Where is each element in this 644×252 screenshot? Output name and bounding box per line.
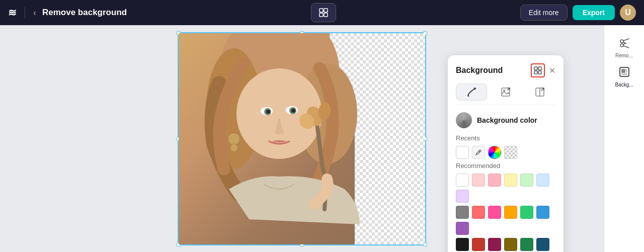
edit-more-button[interactable]: Edit more xyxy=(520,5,568,21)
svg-rect-42 xyxy=(621,69,625,73)
panel-title: Background xyxy=(456,66,503,75)
back-button[interactable]: ‹ xyxy=(33,8,36,18)
svg-point-22 xyxy=(291,109,295,113)
canvas-image-wrapper xyxy=(178,32,426,245)
grid-button[interactable] xyxy=(311,3,336,22)
background-icon xyxy=(619,66,630,80)
sidebar-item-remove-bg[interactable]: Remo... xyxy=(604,33,644,62)
recent-swatch-transparent[interactable] xyxy=(504,146,517,159)
svg-line-38 xyxy=(623,46,629,48)
export-button[interactable]: Export xyxy=(573,5,615,20)
swatch-green[interactable] xyxy=(520,206,533,219)
tab-paint[interactable] xyxy=(456,83,487,101)
svg-rect-3 xyxy=(324,13,328,17)
topbar-right: Edit more Export U xyxy=(520,5,636,21)
recommended-row-2 xyxy=(456,206,555,235)
swatch-white[interactable] xyxy=(456,174,469,187)
swatch-dark-blue[interactable] xyxy=(536,238,549,251)
panel-close-button[interactable]: ✕ xyxy=(549,66,555,75)
svg-rect-9 xyxy=(355,134,425,244)
svg-point-29 xyxy=(474,88,476,90)
panel-header-icons: ✕ xyxy=(531,63,555,77)
swatch-yellow[interactable] xyxy=(504,174,517,187)
swatch-dark-red[interactable] xyxy=(472,238,485,251)
logo-icon: ≋ xyxy=(8,7,17,19)
recents-swatches xyxy=(456,146,555,159)
panel-icon-active[interactable] xyxy=(531,63,545,77)
recent-swatch-white[interactable] xyxy=(456,146,469,159)
scissors-icon xyxy=(619,37,630,51)
svg-rect-27 xyxy=(534,71,537,74)
panel-tabs xyxy=(456,83,555,105)
right-sidebar: Remo... Backg... xyxy=(604,25,644,252)
recent-swatch-gradient[interactable] xyxy=(488,146,501,159)
page-title: Remove background xyxy=(42,8,127,18)
main-area: Background ✕ xyxy=(0,25,644,252)
svg-line-37 xyxy=(623,39,629,41)
sidebar-item-background[interactable]: Backg... xyxy=(604,62,644,92)
svg-rect-2 xyxy=(319,13,323,17)
topbar-center xyxy=(133,3,514,22)
recommended-label: Recommended xyxy=(456,162,555,170)
swatch-gray[interactable] xyxy=(456,206,469,219)
svg-rect-43 xyxy=(626,69,627,70)
svg-point-36 xyxy=(620,44,623,47)
swatch-pink[interactable] xyxy=(488,174,501,187)
swatch-blue[interactable] xyxy=(536,206,549,219)
svg-point-24 xyxy=(230,144,238,152)
svg-rect-45 xyxy=(621,73,627,75)
swatch-dark-green[interactable] xyxy=(520,238,533,251)
tab-image[interactable] xyxy=(490,83,521,101)
swatch-light-green[interactable] xyxy=(520,174,533,187)
recommended-row-3 xyxy=(456,238,555,252)
recommended-row-1 xyxy=(456,174,555,203)
avatar[interactable]: U xyxy=(620,5,636,21)
svg-rect-25 xyxy=(534,67,537,70)
swatch-olive[interactable] xyxy=(504,238,517,251)
svg-point-35 xyxy=(620,40,623,43)
canvas-image xyxy=(179,33,425,244)
sidebar-item-remove-bg-label: Remo... xyxy=(615,53,633,58)
swatch-light-pink[interactable] xyxy=(472,174,485,187)
swatch-purple[interactable] xyxy=(456,222,469,235)
background-panel: Background ✕ xyxy=(448,55,564,252)
svg-rect-0 xyxy=(319,9,323,12)
background-color-row: Background color xyxy=(456,112,555,128)
tab-split[interactable] xyxy=(524,83,555,101)
swatch-red[interactable] xyxy=(472,206,485,219)
swatch-hot-pink[interactable] xyxy=(488,206,501,219)
canvas-area: Background ✕ xyxy=(0,25,604,252)
swatch-black[interactable] xyxy=(456,238,469,251)
background-color-label: Background color xyxy=(477,116,537,124)
panel-header: Background ✕ xyxy=(456,63,555,77)
sidebar-item-background-label: Backg... xyxy=(615,82,633,88)
swatch-dark-pink[interactable] xyxy=(488,238,501,251)
swatch-light-purple[interactable] xyxy=(456,190,469,203)
svg-line-40 xyxy=(623,43,626,44)
svg-rect-26 xyxy=(538,67,541,70)
topbar: ≋ ‹ Remove background Edit more Export U xyxy=(0,0,644,25)
color-wheel-icon xyxy=(456,112,472,128)
svg-rect-1 xyxy=(324,9,328,12)
svg-rect-44 xyxy=(626,71,627,72)
swatch-light-blue[interactable] xyxy=(536,174,549,187)
swatch-orange[interactable] xyxy=(504,206,517,219)
svg-line-34 xyxy=(479,151,480,152)
divider xyxy=(25,7,25,19)
svg-rect-28 xyxy=(538,71,541,74)
svg-point-21 xyxy=(266,110,270,114)
recents-label: Recents xyxy=(456,134,555,142)
svg-point-23 xyxy=(228,133,240,145)
recent-swatch-eyedropper[interactable] xyxy=(472,146,485,159)
